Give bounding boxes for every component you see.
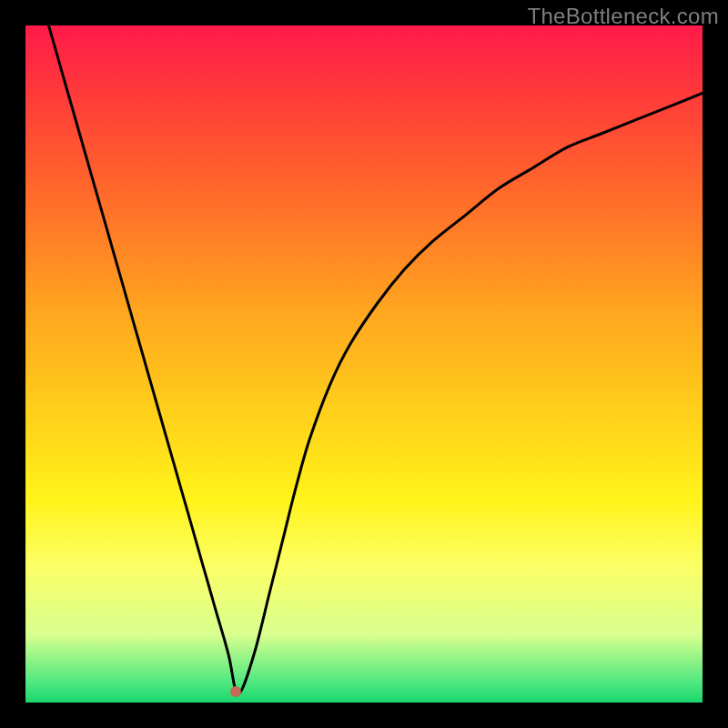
highlight-dot [230, 686, 241, 697]
chart-frame: TheBottleneck.com [0, 0, 728, 728]
plot-area [25, 25, 703, 703]
bottleneck-curve [25, 25, 703, 693]
watermark-text: TheBottleneck.com [527, 4, 719, 29]
curve-svg [25, 25, 703, 703]
